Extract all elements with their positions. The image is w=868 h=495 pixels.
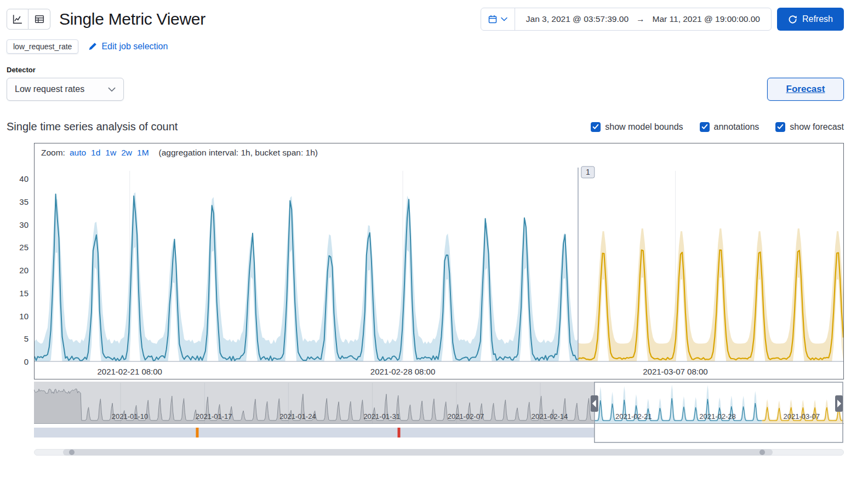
zoom-option-auto[interactable]: auto (70, 148, 86, 158)
y-axis-label: 40 (19, 174, 28, 183)
y-axis-label: 10 (19, 311, 28, 320)
date-range: Jan 3, 2021 @ 03:57:39.00 → Mar 11, 2021… (515, 14, 771, 24)
detector-selected-value: Low request rates (15, 84, 84, 94)
y-axis-label: 30 (19, 220, 28, 229)
navigator-x-label: 2021-01-10 (112, 412, 148, 421)
y-axis-label: 25 (19, 243, 28, 252)
scrollbar-thumb[interactable] (63, 449, 773, 456)
checkbox-show-forecast[interactable]: show forecast (775, 122, 844, 132)
table-icon (35, 14, 44, 24)
checkbox-checked-icon (700, 122, 710, 132)
navigator-x-label: 2021-02-21 (615, 412, 652, 421)
zoom-bar: Zoom: auto1d1w2w1M (aggregation interval… (35, 143, 843, 162)
checkbox-show-model-bounds[interactable]: show model bounds (591, 122, 683, 132)
job-badge[interactable]: low_request_rate (7, 39, 78, 54)
checkbox-label: annotations (714, 122, 760, 132)
annotation-marker[interactable] (196, 428, 198, 438)
date-picker[interactable]: Jan 3, 2021 @ 03:57:39.00 → Mar 11, 2021… (481, 8, 772, 31)
forecast-button[interactable]: Forecast (767, 78, 844, 101)
y-axis-label: 20 (19, 266, 28, 275)
annotation-badge[interactable]: 1 (581, 166, 595, 178)
refresh-label: Refresh (802, 14, 833, 24)
range-arrow-icon: → (636, 14, 645, 24)
calendar-icon (488, 15, 497, 24)
navigator-x-label: 2021-02-28 (699, 412, 736, 421)
checkbox-checked-icon (775, 122, 785, 132)
y-axis-label: 15 (19, 288, 28, 297)
analysis-title: Single time series analysis of count (7, 120, 178, 133)
svg-text:1: 1 (586, 168, 590, 176)
navigator-x-label: 2021-02-07 (448, 412, 484, 421)
refresh-icon (788, 15, 797, 24)
zoom-option-1d[interactable]: 1d (91, 148, 100, 158)
annotation-marker[interactable] (397, 428, 400, 438)
edit-job-selection-link[interactable]: Edit job selection (88, 42, 168, 51)
zoom-option-1M[interactable]: 1M (137, 148, 149, 158)
x-axis-label: 2021-02-21 08:00 (98, 367, 162, 376)
calendar-button[interactable] (481, 8, 515, 30)
checkbox-label: show model bounds (605, 122, 683, 132)
page-header: Single Metric Viewer Jan 3, 2021 @ 03:57… (7, 8, 844, 31)
single-metric-viewer-page: Single Metric Viewer Jan 3, 2021 @ 03:57… (0, 0, 868, 457)
checkbox-annotations[interactable]: annotations (700, 122, 760, 132)
end-date[interactable]: Mar 11, 2021 @ 19:00:00.00 (653, 14, 760, 24)
checkbox-label: show forecast (790, 122, 844, 132)
zoom-options: auto1d1w2w1M (70, 148, 149, 158)
refresh-button[interactable]: Refresh (777, 8, 844, 31)
page-title: Single Metric Viewer (59, 10, 205, 28)
y-axis-label: 0 (24, 357, 28, 366)
y-axis-label: 5 (24, 334, 28, 343)
x-axis-label: 2021-02-28 08:00 (370, 367, 435, 376)
zoom-label: Zoom: (41, 148, 65, 158)
navigator-x-label: 2021-03-07 (783, 412, 820, 421)
navigator-x-label: 2021-01-31 (363, 412, 400, 421)
actual-series-line (35, 194, 578, 361)
annotation-swimlane (34, 428, 595, 438)
scrollbar[interactable] (34, 448, 844, 457)
main-chart-canvas[interactable]: 12021-02-21 08:002021-02-28 08:002021-03… (35, 162, 843, 379)
context-chart: 2021-01-102021-01-172021-01-242021-01-31… (34, 382, 844, 444)
y-axis: 4035302520151050 (7, 143, 34, 379)
navigator-x-label: 2021-02-14 (532, 412, 568, 421)
detector-label: Detector (7, 66, 124, 74)
edit-job-selection-label: Edit job selection (101, 42, 168, 51)
view-toggle-group (7, 9, 50, 30)
chevron-down-icon (108, 87, 116, 92)
job-bar: low_request_rate Edit job selection (7, 39, 844, 54)
checkbox-checked-icon (591, 122, 601, 132)
zoom-option-1w[interactable]: 1w (105, 148, 116, 158)
forecast-bounds-band (578, 228, 843, 361)
detector-row: Detector Low request rates Forecast (7, 66, 844, 101)
main-chart: Zoom: auto1d1w2w1M (aggregation interval… (34, 143, 844, 379)
zoom-option-2w[interactable]: 2w (121, 148, 132, 158)
forecast-button-label: Forecast (786, 84, 825, 94)
navigator-x-label: 2021-01-17 (196, 412, 232, 421)
scrollbar-handle-left[interactable] (69, 450, 75, 455)
line-chart-icon (13, 14, 22, 24)
start-date[interactable]: Jan 3, 2021 @ 03:57:39.00 (526, 14, 629, 24)
selection-handle-right[interactable] (835, 395, 843, 412)
y-axis-label: 35 (19, 197, 28, 206)
pencil-icon (88, 42, 97, 51)
selection-handle-left[interactable] (591, 395, 598, 412)
detector-select[interactable]: Low request rates (7, 78, 124, 101)
context-chart-canvas[interactable]: 2021-01-102021-01-172021-01-242021-01-31… (34, 382, 844, 444)
chart-view-button[interactable] (7, 9, 28, 30)
aggregation-note: (aggregation interval: 1h, bucket span: … (159, 148, 318, 158)
analysis-header-row: Single time series analysis of count sho… (7, 120, 844, 133)
main-chart-section: 4035302520151050 Zoom: auto1d1w2w1M (agg… (7, 143, 844, 379)
model-bounds-band (35, 192, 578, 361)
navigator-x-label: 2021-01-24 (279, 412, 316, 421)
x-axis-label: 2021-03-07 08:00 (643, 367, 707, 376)
table-view-button[interactable] (28, 9, 50, 30)
scrollbar-handle-right[interactable] (760, 450, 765, 455)
chevron-down-icon (501, 17, 507, 21)
chart-option-checkboxes: show model boundsannotationsshow forecas… (591, 122, 844, 132)
